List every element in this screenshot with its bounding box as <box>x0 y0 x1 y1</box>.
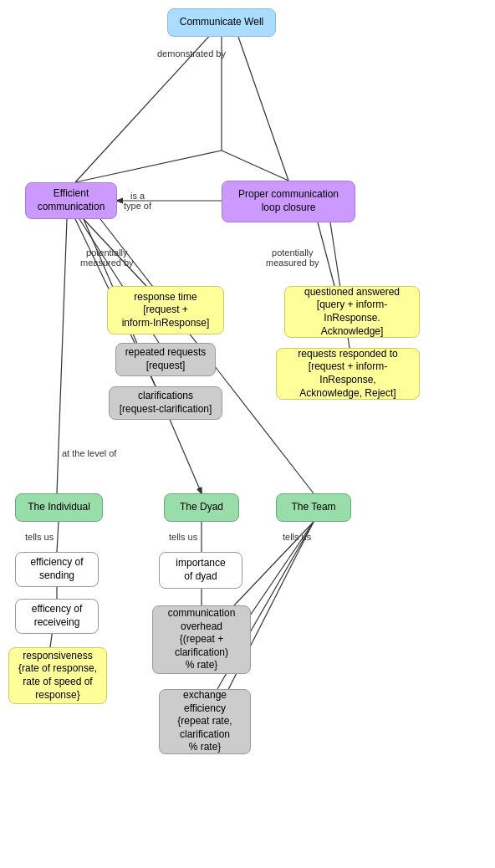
the-dyad-node: The Dyad <box>164 493 239 522</box>
potentially-measured-by-right-label: potentially measured by <box>266 248 319 268</box>
demonstrated-by-label: demonstrated by <box>157 49 226 59</box>
svg-line-1 <box>238 37 288 181</box>
exchange-efficiency-node: exchange efficiency {repeat rate, clarif… <box>159 689 251 754</box>
concept-map: Communicate Well Efficient communication… <box>0 0 495 868</box>
importance-dyad-node: importance of dyad <box>159 552 242 589</box>
svg-line-14 <box>57 522 59 552</box>
questioned-answered-node: questioned answered [query + inform-InRe… <box>284 286 420 338</box>
clarifications-node: clarifications [request-clarification] <box>109 386 222 420</box>
the-individual-node: The Individual <box>15 493 103 522</box>
responsiveness-node: responsiveness {rate of response, rate o… <box>8 647 107 704</box>
communicate-well-node: Communicate Well <box>167 8 276 37</box>
repeated-requests-node: repeated requests [request] <box>115 343 216 376</box>
svg-line-9 <box>318 222 334 286</box>
requests-responded-node: requests responded to [request + inform-… <box>276 348 420 400</box>
svg-line-3 <box>75 151 222 182</box>
svg-line-4 <box>222 151 288 181</box>
proper-loop-node: Proper communication loop closure <box>222 181 355 222</box>
response-time-node: response time [request + inform-InRespon… <box>107 286 224 334</box>
efficiency-sending-node: efficiency of sending <box>15 552 99 587</box>
the-team-node: The Team <box>276 493 351 522</box>
tells-us-individual-label: tells us <box>25 532 54 542</box>
at-the-level-of-label: at the level of <box>62 448 116 458</box>
efficient-communication-node: Efficient communication <box>25 182 117 219</box>
tells-us-dyad-label: tells us <box>169 532 197 542</box>
is-a-type-of-label: is a type of <box>124 191 151 211</box>
tells-us-team-label: tells us <box>283 532 311 542</box>
efficency-receiving-node: efficency of receiveing <box>15 599 99 634</box>
potentially-measured-by-left-label: potentially measured by <box>80 248 134 268</box>
comm-overhead-node: communication overhead {(repeat + clarif… <box>152 605 251 674</box>
svg-line-0 <box>75 23 222 182</box>
